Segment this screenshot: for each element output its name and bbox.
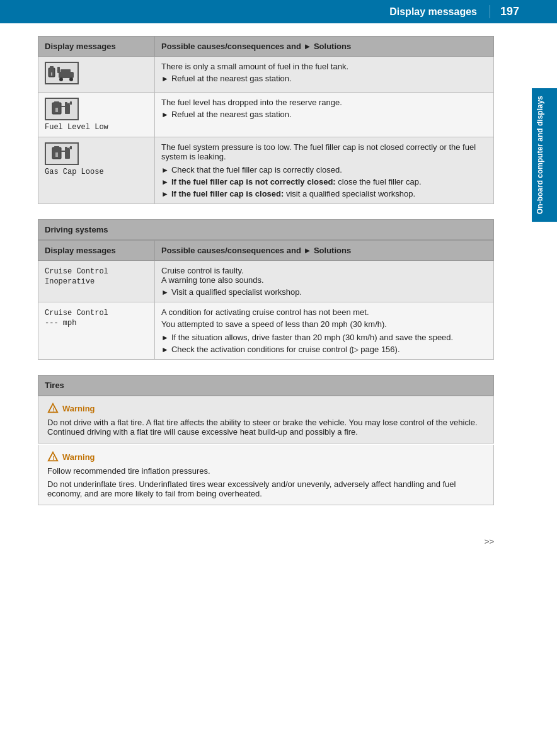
warning-box-1: ! Warning Do not drive with a flat tire.… bbox=[38, 396, 494, 444]
warning-title-1: ! Warning bbox=[47, 403, 485, 414]
bullet-item: ► Refuel at the nearest gas station. bbox=[161, 74, 487, 83]
warning-line-1: Follow recommended tire inflation pressu… bbox=[47, 466, 485, 476]
svg-rect-11 bbox=[55, 108, 58, 112]
cause-text: There is only a small amount of fuel in … bbox=[161, 62, 487, 71]
svg-rect-21 bbox=[65, 149, 70, 159]
warning-triangle-icon-2: ! bbox=[47, 451, 59, 462]
warning-title-2: ! Warning bbox=[47, 451, 485, 462]
bullet-item: ► If the fuel filler cap is closed: visi… bbox=[161, 189, 487, 198]
warning-box-2: ! Warning Follow recommended tire inflat… bbox=[38, 445, 494, 505]
causes-cell: The fuel level has dropped into the rese… bbox=[155, 93, 494, 137]
fuel-table: Display messages Possible causes/consequ… bbox=[38, 36, 494, 204]
svg-rect-1 bbox=[50, 66, 54, 69]
cause-text: The fuel level has dropped into the rese… bbox=[161, 98, 487, 107]
page-footer: >> bbox=[0, 530, 532, 553]
display-cell bbox=[38, 57, 155, 93]
main-content: Display messages Possible causes/consequ… bbox=[0, 23, 532, 530]
ds-col2-header: Possible causes/consequences and ► Solut… bbox=[155, 241, 494, 261]
driving-systems-section: Driving systems Display messages Possibl… bbox=[38, 219, 494, 360]
svg-rect-2 bbox=[51, 72, 52, 76]
sidebar-chapter-label: On-board computer and displays bbox=[532, 88, 557, 222]
bullet-arrow: ► bbox=[161, 74, 169, 83]
table-row: There is only a small amount of fuel in … bbox=[38, 57, 494, 93]
page-header: Display messages 197 bbox=[0, 0, 557, 23]
bullet-item: ► If the situation allows, drive faster … bbox=[161, 333, 487, 342]
cause-text: The fuel system pressure is too low. The… bbox=[161, 142, 487, 161]
warning-triangle-icon-1: ! bbox=[47, 403, 59, 414]
header-title: Display messages bbox=[389, 6, 477, 18]
table-row: Gas Cap Loose The fuel system pressure i… bbox=[38, 137, 494, 204]
bullet-text: If the situation allows, drive faster th… bbox=[171, 333, 453, 342]
warning-body-1: Do not drive with a flat tire. A flat ti… bbox=[47, 418, 485, 437]
display-cell: Cruise Control--- mph bbox=[38, 302, 155, 360]
fuel-col2-header: Possible causes/consequences and ► Solut… bbox=[155, 37, 494, 57]
table-row: Cruise ControlInoperative Cruise control… bbox=[38, 261, 494, 302]
cause-text: A condition for activating cruise contro… bbox=[161, 307, 487, 317]
svg-point-5 bbox=[59, 77, 63, 81]
causes-cell: Cruise control is faulty. A warning tone… bbox=[155, 261, 494, 302]
svg-rect-13 bbox=[65, 104, 70, 114]
bullet-item: ► Check the activation conditions for cr… bbox=[161, 345, 487, 354]
svg-rect-14 bbox=[65, 102, 67, 105]
bullet-text: Check that the fuel filler cap is correc… bbox=[171, 165, 342, 175]
ds-col1-header: Display messages bbox=[38, 241, 155, 261]
svg-rect-22 bbox=[65, 147, 67, 149]
bullet-item: ► If the fuel filler cap is not correctl… bbox=[161, 177, 487, 186]
svg-text:!: ! bbox=[53, 454, 55, 461]
bullet-item: ► Visit a qualified specialist workshop. bbox=[161, 287, 487, 297]
display-text-gas-cap: Gas Cap Loose bbox=[45, 168, 104, 176]
svg-point-6 bbox=[69, 77, 73, 81]
tires-header: Tires bbox=[38, 375, 494, 396]
table-row: Cruise Control--- mph A condition for ac… bbox=[38, 302, 494, 360]
bullet-arrow: ► bbox=[161, 288, 169, 297]
svg-rect-16 bbox=[70, 101, 72, 105]
cause-text: You attempted to save a speed of less th… bbox=[161, 319, 487, 329]
icon-cell: Gas Cap Loose bbox=[45, 142, 148, 176]
bullet-arrow: ► bbox=[161, 333, 169, 342]
svg-rect-19 bbox=[55, 152, 58, 157]
tires-section: Tires ! Warning Do not drive with a flat… bbox=[38, 375, 494, 505]
cause-text: A warning tone also sounds. bbox=[161, 275, 487, 285]
fuel-car-icon bbox=[45, 62, 79, 84]
display-text-cc-mph: Cruise Control--- mph bbox=[45, 309, 108, 328]
svg-rect-24 bbox=[70, 146, 72, 149]
bullet-arrow: ► bbox=[161, 178, 169, 186]
driving-systems-table: Display messages Possible causes/consequ… bbox=[38, 240, 494, 360]
bullet-arrow: ► bbox=[161, 110, 169, 119]
bullet-text: Refuel at the nearest gas station. bbox=[171, 74, 292, 83]
table-row: Fuel Level Low The fuel level has droppe… bbox=[38, 93, 494, 137]
fuel-col1-header: Display messages bbox=[38, 37, 155, 57]
svg-text:!: ! bbox=[53, 406, 55, 413]
cause-text: Cruise control is faulty. bbox=[161, 266, 487, 275]
bullet-text: If the fuel filler cap is not correctly … bbox=[171, 177, 422, 186]
warning-label-1: Warning bbox=[62, 404, 95, 413]
driving-systems-header: Driving systems bbox=[38, 219, 494, 240]
causes-cell: The fuel system pressure is too low. The… bbox=[155, 137, 494, 204]
display-cell: Cruise ControlInoperative bbox=[38, 261, 155, 302]
bullet-text: If the fuel filler cap is closed: visit … bbox=[171, 189, 415, 198]
icon-cell bbox=[45, 62, 148, 87]
bullet-text: Check the activation conditions for crui… bbox=[171, 345, 400, 354]
causes-cell: A condition for activating cruise contro… bbox=[155, 302, 494, 360]
display-cell: Fuel Level Low bbox=[38, 93, 155, 137]
svg-rect-10 bbox=[54, 101, 59, 104]
svg-rect-18 bbox=[54, 146, 59, 149]
display-text-fuel-level: Fuel Level Low bbox=[45, 123, 108, 132]
bullet-item: ► Check that the fuel filler cap is corr… bbox=[161, 165, 487, 175]
fuel-pump-icon bbox=[45, 98, 79, 120]
bullet-text: Visit a qualified specialist workshop. bbox=[171, 287, 302, 297]
bullet-text: Refuel at the nearest gas station. bbox=[171, 110, 292, 119]
display-cell: Gas Cap Loose bbox=[38, 137, 155, 204]
page-number: 197 bbox=[490, 5, 519, 18]
fuel-pump-icon2 bbox=[45, 142, 79, 165]
bullet-arrow: ► bbox=[161, 166, 169, 175]
footer-arrows: >> bbox=[485, 537, 494, 546]
warning-line-2: Do not underinflate tires. Underinflated… bbox=[47, 479, 485, 498]
svg-rect-4 bbox=[60, 69, 71, 74]
display-text-cc-inop: Cruise ControlInoperative bbox=[45, 267, 108, 286]
icon-cell: Fuel Level Low bbox=[45, 98, 148, 132]
causes-cell: There is only a small amount of fuel in … bbox=[155, 57, 494, 93]
bullet-arrow: ► bbox=[161, 190, 169, 198]
warning-label-2: Warning bbox=[62, 452, 95, 462]
bullet-arrow: ► bbox=[161, 345, 169, 354]
